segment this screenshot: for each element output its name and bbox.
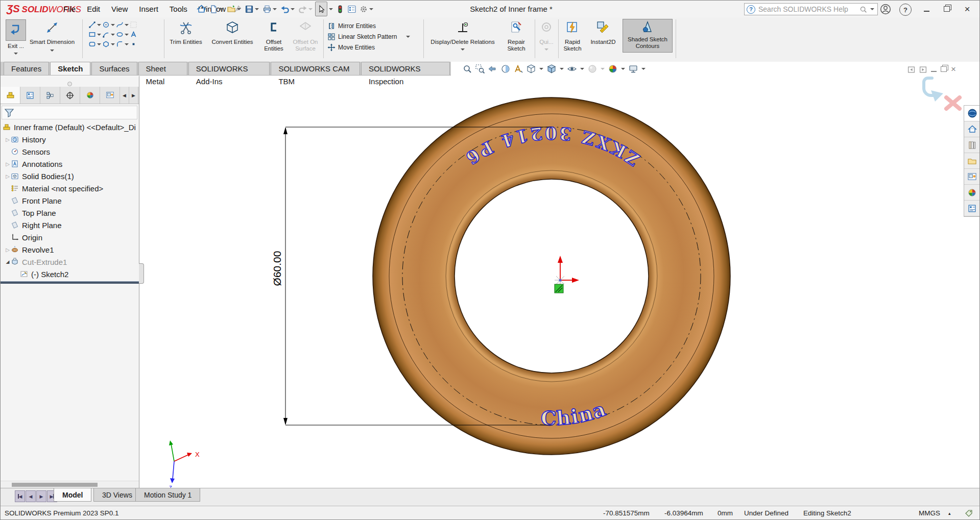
panel-horizontal-scrollbar[interactable] <box>1 481 139 488</box>
fillet-tool-button[interactable] <box>116 39 130 49</box>
search-icon[interactable] <box>859 6 867 13</box>
unit-system-selector[interactable]: MMGS <box>919 506 940 520</box>
panel-tab-scroll-left[interactable]: ◀ <box>120 87 129 104</box>
dimxpert-manager-tab[interactable] <box>60 87 80 104</box>
tree-item-history[interactable]: ▷ History <box>1 133 139 145</box>
display-delete-relations-button[interactable]: Display/Delete Relations <box>426 20 499 51</box>
new-document-button[interactable] <box>208 2 225 16</box>
tree-filter-bar[interactable] <box>2 106 137 119</box>
dropdown-icon[interactable] <box>621 68 625 70</box>
search-input[interactable] <box>757 5 857 14</box>
text-tool-button[interactable] <box>130 30 137 39</box>
file-explorer-tab[interactable] <box>964 153 980 169</box>
tree-item-sketch2[interactable]: (-) Sketch2 <box>1 268 139 280</box>
dropdown-icon[interactable] <box>255 8 259 10</box>
previous-view-button[interactable] <box>487 63 498 75</box>
rollback-bar[interactable] <box>1 281 139 284</box>
dropdown-icon[interactable] <box>219 8 223 10</box>
tab-solidworks-add-ins[interactable]: SOLIDWORKS Add-Ins <box>188 62 270 75</box>
minimize-button[interactable] <box>919 1 934 17</box>
undo-button[interactable] <box>279 2 297 16</box>
menu-view[interactable]: View <box>106 1 133 17</box>
panel-tab-scroll-right[interactable]: ▶ <box>129 87 138 104</box>
menu-file[interactable]: File <box>58 1 81 17</box>
home-tab[interactable] <box>964 121 980 137</box>
arc-tool-button[interactable] <box>102 30 116 39</box>
trim-entities-button[interactable]: Trim Entities <box>166 20 206 45</box>
tree-item-root[interactable]: Inner frame (Default) <<Default>_Di <box>1 121 139 133</box>
dropdown-icon[interactable] <box>111 24 115 26</box>
dropdown-icon[interactable] <box>273 8 277 10</box>
line-tool-button[interactable] <box>88 20 102 30</box>
expand-arrow-icon[interactable]: ◢ <box>5 259 11 264</box>
doc-minimize-button[interactable] <box>931 65 937 74</box>
featuremanager-tree-tab[interactable] <box>1 87 20 104</box>
dropdown-icon[interactable] <box>111 43 115 45</box>
instant2d-button[interactable]: Instant2D <box>587 20 619 45</box>
dropdown-icon[interactable] <box>125 43 129 45</box>
repair-sketch-button[interactable]: Repair Sketch <box>501 20 532 52</box>
polygon-tool-button[interactable] <box>102 39 116 49</box>
hide-show-items-button[interactable] <box>566 63 578 75</box>
tab-solidworks-cam-tbm[interactable]: SOLIDWORKS CAM TBM <box>271 62 360 75</box>
doc-restore-button[interactable] <box>941 65 947 74</box>
dropdown-icon[interactable] <box>641 68 646 70</box>
circle-tool-button[interactable] <box>102 20 116 30</box>
doc-close-button[interactable]: × <box>951 66 956 73</box>
section-view-button[interactable] <box>500 63 511 75</box>
menu-edit[interactable]: Edit <box>81 1 106 17</box>
dropdown-icon[interactable] <box>560 68 564 70</box>
tab-motion-study-1[interactable]: Motion Study 1 <box>135 488 200 502</box>
next-tab-button[interactable]: ▶ <box>36 490 46 502</box>
apply-scene-button[interactable] <box>607 63 618 75</box>
annotation-views-button[interactable] <box>513 63 524 75</box>
tab-model[interactable]: Model <box>54 488 91 502</box>
panel-splitter-grip[interactable] <box>67 82 72 86</box>
tree-item-annotations[interactable]: ▷ Annotations <box>1 158 139 170</box>
menu-tools[interactable]: Tools <box>164 1 193 17</box>
tab-features[interactable]: Features <box>4 62 49 75</box>
dropdown-icon[interactable] <box>97 24 101 26</box>
tab-solidworks-inspection[interactable]: SOLIDWORKS Inspection <box>361 62 450 75</box>
tree-item-revolve1[interactable]: ▷ Revolve1 <box>1 243 139 256</box>
dropdown-icon[interactable] <box>237 8 241 10</box>
tab-surfaces[interactable]: Surfaces <box>91 62 137 75</box>
expand-arrow-icon[interactable]: ▷ <box>5 161 11 167</box>
options-gear-button[interactable] <box>358 2 375 16</box>
dropdown-icon[interactable] <box>461 48 465 51</box>
ellipse-tool-button[interactable] <box>116 30 130 39</box>
appearances-tab[interactable] <box>964 185 980 201</box>
zoom-to-area-button[interactable] <box>474 63 486 75</box>
mirror-entities-button[interactable]: Mirror Entities <box>327 20 411 31</box>
rectangle-tool-button[interactable] <box>88 30 102 39</box>
point-tool-button[interactable] <box>130 39 137 49</box>
tree-item-cut-extrude1[interactable]: ◢ Cut-Extrude1 <box>1 256 139 268</box>
first-tab-button[interactable]: ◀ <box>15 490 25 502</box>
tab-3d-views[interactable]: 3D Views <box>93 488 141 502</box>
status-lights-icon[interactable] <box>334 2 346 16</box>
dropdown-icon[interactable] <box>97 34 101 36</box>
smart-dimension-button[interactable]: Smart Dimension <box>28 20 76 52</box>
slot-tool-button[interactable] <box>88 39 102 49</box>
dropdown-icon[interactable] <box>50 49 54 52</box>
dropdown-icon[interactable] <box>291 8 295 10</box>
help-button[interactable]: ? <box>899 4 912 16</box>
restore-button[interactable] <box>939 1 954 17</box>
scrollbar-thumb[interactable] <box>12 483 98 487</box>
dropdown-icon[interactable] <box>329 8 333 10</box>
custom-properties-tab[interactable] <box>964 201 980 216</box>
tag-icon[interactable] <box>965 509 973 517</box>
dropdown-icon[interactable] <box>406 36 410 38</box>
close-button[interactable]: × <box>960 1 975 17</box>
tree-item-front-plane[interactable]: Front Plane <box>1 194 139 207</box>
expand-arrow-icon[interactable]: ▷ <box>5 247 11 253</box>
cam-manager-tab[interactable] <box>100 87 120 104</box>
spline-tool-button[interactable] <box>116 20 130 30</box>
linear-sketch-pattern-button[interactable]: Linear Sketch Pattern <box>327 31 411 42</box>
unit-system-arrow-icon[interactable]: ▴ <box>948 506 951 520</box>
zoom-to-fit-button[interactable] <box>462 63 473 75</box>
dropdown-icon[interactable] <box>870 8 874 10</box>
tree-item-sensors[interactable]: Sensors <box>1 145 139 158</box>
view-settings-button[interactable] <box>628 63 639 75</box>
open-button[interactable] <box>226 2 243 16</box>
